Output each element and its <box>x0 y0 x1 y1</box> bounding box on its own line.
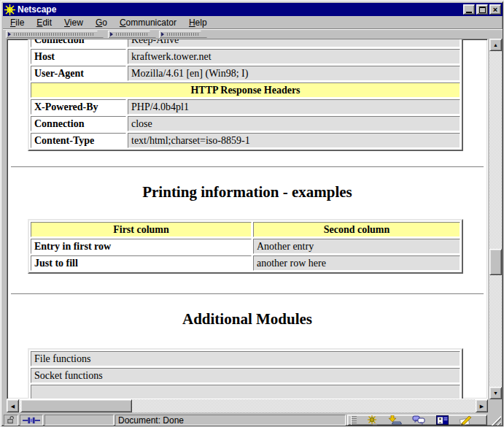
header-name: Connection <box>31 39 126 47</box>
open-padlock-icon <box>7 415 15 425</box>
discussions-button[interactable] <box>411 415 427 426</box>
inbox-icon <box>389 415 402 426</box>
horizontal-rule <box>11 293 484 295</box>
status-bar: Document: Done <box>3 414 503 426</box>
down-arrow-icon: ▼ <box>493 391 498 396</box>
netscape-window: Netscape × File Edit View Go Communicato… <box>0 0 504 427</box>
table-row: Entry in first row Another entry <box>31 239 460 254</box>
module-name: Socket functions <box>31 368 460 383</box>
menu-communicator[interactable]: Communicator <box>120 18 177 28</box>
http-headers-table: Connection Keep-Alive Host kraftwerk.tow… <box>28 39 463 151</box>
modules-section-title: Additional Modules <box>7 310 487 328</box>
header-name: Connection <box>31 116 126 131</box>
header-value: PHP/4.0b4pl1 <box>128 99 460 115</box>
progress-panel <box>44 415 114 426</box>
security-indicator[interactable] <box>4 415 18 426</box>
table-row <box>31 385 460 399</box>
column-header: First column <box>31 222 252 237</box>
plug-icon <box>23 416 40 425</box>
table-row: Connection Keep-Alive <box>31 39 460 47</box>
section-banner: HTTP Response Headers <box>31 82 460 98</box>
maximize-button[interactable] <box>476 4 488 15</box>
expand-arrow-icon <box>110 32 113 36</box>
close-icon: × <box>493 6 497 14</box>
address-book-button[interactable] <box>434 415 450 426</box>
up-arrow-icon: ▲ <box>493 42 498 47</box>
scrollbar-corner <box>489 399 502 412</box>
navigator-wheel-icon <box>366 415 378 426</box>
title-bar[interactable]: Netscape × <box>3 3 503 16</box>
left-arrow-icon: ◀ <box>11 404 15 409</box>
header-name: Host <box>31 49 126 64</box>
column-header: Second column <box>253 222 460 237</box>
table-row: Connection close <box>31 116 460 131</box>
menu-file[interactable]: File <box>10 18 24 28</box>
component-bar <box>347 415 487 426</box>
vertical-scrollbar[interactable]: ▲ ▼ <box>489 39 502 399</box>
menu-view[interactable]: View <box>64 18 83 28</box>
row-value: another row here <box>253 255 460 271</box>
table-row: Socket functions <box>31 368 460 383</box>
collapsed-personal-toolbar-tab[interactable] <box>159 31 207 38</box>
inbox-button[interactable] <box>387 415 403 426</box>
netscape-logo-icon <box>4 4 15 15</box>
scroll-left-button[interactable]: ◀ <box>7 399 19 412</box>
header-name: Content-Type <box>31 133 126 148</box>
maximize-icon <box>479 7 486 13</box>
menu-help[interactable]: Help <box>189 18 207 28</box>
close-button[interactable]: × <box>489 4 501 15</box>
header-value: kraftwerk.tower.net <box>128 49 460 64</box>
table-row: Host kraftwerk.tower.net <box>31 49 460 64</box>
header-value: Keep-Alive <box>128 39 460 47</box>
address-book-icon <box>436 415 449 425</box>
printing-examples-table: First column Second column Entry in firs… <box>28 219 463 274</box>
row-label: Entry in first row <box>31 239 252 254</box>
scroll-right-button[interactable]: ▶ <box>476 399 488 412</box>
printing-section-title: Printing information - examples <box>7 183 487 201</box>
menu-bar: File Edit View Go Communicator Help <box>3 16 503 29</box>
row-value: Another entry <box>253 239 460 254</box>
vertical-scrollbar-thumb[interactable] <box>489 249 502 275</box>
composer-pen-icon <box>459 415 472 426</box>
collapsed-location-toolbar-tab[interactable] <box>108 31 156 38</box>
row-label: Just to fill <box>31 255 252 271</box>
table-row: Content-Type text/html;charset=iso-8859-… <box>31 133 460 148</box>
additional-modules-table: File functions Socket functions <box>28 348 463 399</box>
page-content: Connection Keep-Alive Host kraftwerk.tow… <box>7 39 487 399</box>
minimize-button[interactable] <box>463 4 475 15</box>
component-bar-grip[interactable] <box>351 416 357 425</box>
menu-go[interactable]: Go <box>96 18 107 28</box>
minimize-icon <box>466 12 472 13</box>
window-resize-grip[interactable] <box>490 415 501 426</box>
right-arrow-icon: ▶ <box>480 404 484 409</box>
table-row: HTTP Response Headers <box>31 82 460 98</box>
horizontal-scrollbar[interactable]: ◀ ▶ <box>7 399 488 412</box>
composer-button[interactable] <box>457 415 473 426</box>
horizontal-rule <box>11 166 484 168</box>
table-row: User-Agent Mozilla/4.61 [en] (Win98; I) <box>31 66 460 81</box>
table-row: Just to fill another row here <box>31 255 460 271</box>
module-name: File functions <box>31 351 460 366</box>
expand-arrow-icon <box>161 32 164 36</box>
scroll-down-button[interactable]: ▼ <box>489 387 502 399</box>
scroll-up-button[interactable]: ▲ <box>489 39 502 51</box>
table-row: First column Second column <box>31 222 460 237</box>
window-title: Netscape <box>18 4 462 15</box>
online-status-indicator[interactable] <box>20 415 43 426</box>
table-row: X-Powered-By PHP/4.0b4pl1 <box>31 99 460 115</box>
header-name: User-Agent <box>31 66 126 81</box>
header-value: text/html;charset=iso-8859-1 <box>128 133 460 148</box>
header-value: close <box>128 116 460 131</box>
horizontal-scrollbar-thumb[interactable] <box>20 399 132 412</box>
module-name-partial <box>31 385 460 399</box>
collapsed-navigation-toolbar-tab[interactable] <box>6 31 104 38</box>
navigator-button[interactable] <box>364 415 380 426</box>
menu-edit[interactable]: Edit <box>36 18 52 28</box>
toolbar-strip <box>3 30 503 39</box>
document-status-panel: Document: Done <box>115 415 346 426</box>
document-status-text: Document: Done <box>118 415 184 426</box>
header-value: Mozilla/4.61 [en] (Win98; I) <box>128 66 460 81</box>
expand-arrow-icon <box>8 32 11 36</box>
table-row: File functions <box>31 351 460 366</box>
browser-viewport: Connection Keep-Alive Host kraftwerk.tow… <box>7 39 488 399</box>
